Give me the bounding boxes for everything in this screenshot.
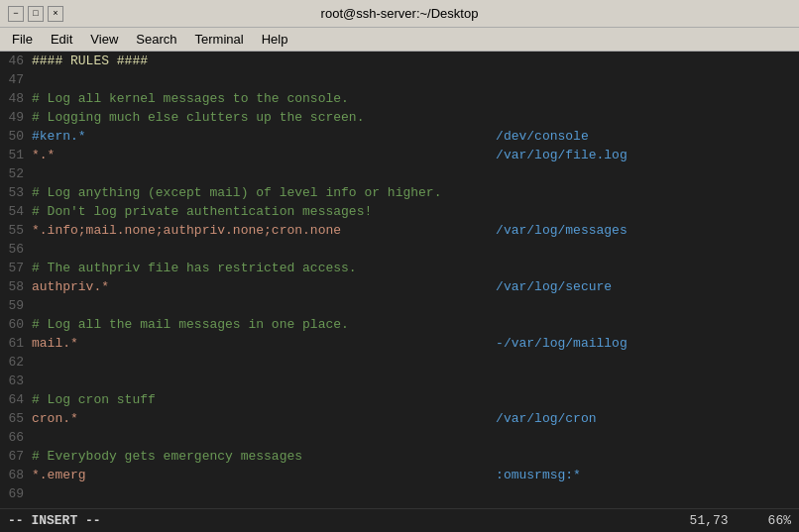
window-title: root@ssh-server:~/Desktop <box>63 6 736 21</box>
line-number: 66 <box>0 428 32 447</box>
line-60: 60# Log all the mail messages in one pla… <box>0 315 799 334</box>
line-content[interactable]: # Logging much else clutters up the scre… <box>32 108 364 127</box>
line-content[interactable]: #kern.* /dev/console <box>32 127 589 146</box>
line-number: 69 <box>0 484 32 503</box>
line-number: 51 <box>0 146 32 164</box>
line-68: 68*.emerg :omusrmsg:* <box>0 466 799 484</box>
line-number: 57 <box>0 259 32 277</box>
titlebar-controls[interactable]: − □ × <box>8 6 63 22</box>
line-51: 51*.* /var/log/file.log <box>0 146 799 164</box>
line-69: 69 <box>0 484 799 503</box>
line-59: 59 <box>0 296 799 315</box>
line-49: 49# Logging much else clutters up the sc… <box>0 108 799 127</box>
line-content[interactable]: *.emerg :omusrmsg:* <box>32 466 581 484</box>
line-number: 62 <box>0 353 32 372</box>
line-content[interactable]: mail.* -/var/log/maillog <box>32 334 628 353</box>
close-button[interactable]: × <box>48 6 63 22</box>
line-58: 58authpriv.* /var/log/secure <box>0 277 799 296</box>
line-number: 46 <box>0 52 32 70</box>
line-number: 65 <box>0 409 32 428</box>
status-right: 51,73 66% <box>690 513 791 528</box>
maximize-button[interactable]: □ <box>28 6 44 22</box>
line-48: 48# Log all kernel messages to the conso… <box>0 89 799 108</box>
line-number: 64 <box>0 390 32 409</box>
line-number: 63 <box>0 372 32 390</box>
line-number: 55 <box>0 221 32 240</box>
line-number: 60 <box>0 315 32 334</box>
line-number: 53 <box>0 183 32 202</box>
line-content[interactable]: # Don't log private authentication messa… <box>32 202 372 221</box>
line-content[interactable]: cron.* /var/log/cron <box>32 409 597 428</box>
line-number: 48 <box>0 89 32 108</box>
cursor-position: 51,73 <box>690 513 729 528</box>
line-46: 46#### RULES #### <box>0 52 799 70</box>
line-content[interactable]: # Log all the mail messages in one place… <box>32 315 349 334</box>
line-number: 56 <box>0 240 32 259</box>
status-mode: -- INSERT -- <box>8 513 101 528</box>
line-content[interactable]: # Log all kernel messages to the console… <box>32 89 349 108</box>
line-55: 55*.info;mail.none;authpriv.none;cron.no… <box>0 221 799 240</box>
line-content[interactable]: *.info;mail.none;authpriv.none;cron.none… <box>32 221 628 240</box>
line-number: 47 <box>0 70 32 89</box>
line-number: 50 <box>0 127 32 146</box>
line-content[interactable]: authpriv.* /var/log/secure <box>32 277 612 296</box>
line-number: 67 <box>0 447 32 466</box>
line-content[interactable]: # The authpriv file has restricted acces… <box>32 259 357 277</box>
menubar: FileEditViewSearchTerminalHelp <box>0 28 799 52</box>
menu-item-search[interactable]: Search <box>128 30 184 49</box>
line-64: 64# Log cron stuff <box>0 390 799 409</box>
line-number: 58 <box>0 277 32 296</box>
line-56: 56 <box>0 240 799 259</box>
line-67: 67# Everybody gets emergency messages <box>0 447 799 466</box>
statusbar: -- INSERT -- 51,73 66% <box>0 508 799 532</box>
line-number: 52 <box>0 164 32 183</box>
menu-item-terminal[interactable]: Terminal <box>187 30 252 49</box>
menu-item-help[interactable]: Help <box>254 30 296 49</box>
line-52: 52 <box>0 164 799 183</box>
line-number: 61 <box>0 334 32 353</box>
line-53: 53# Log anything (except mail) of level … <box>0 183 799 202</box>
line-number: 49 <box>0 108 32 127</box>
scroll-percent: 66% <box>768 513 791 528</box>
line-content[interactable]: # Log cron stuff <box>32 390 156 409</box>
line-number: 54 <box>0 202 32 221</box>
minimize-button[interactable]: − <box>8 6 24 22</box>
menu-item-edit[interactable]: Edit <box>43 30 80 49</box>
editor[interactable]: 46#### RULES ####4748# Log all kernel me… <box>0 52 799 508</box>
line-content[interactable]: #### RULES #### <box>32 52 148 70</box>
line-65: 65cron.* /var/log/cron <box>0 409 799 428</box>
menu-item-file[interactable]: File <box>4 30 41 49</box>
line-content[interactable]: # Log anything (except mail) of level in… <box>32 183 441 202</box>
titlebar: − □ × root@ssh-server:~/Desktop <box>0 0 799 28</box>
menu-item-view[interactable]: View <box>82 30 126 49</box>
line-number: 59 <box>0 296 32 315</box>
line-61: 61mail.* -/var/log/maillog <box>0 334 799 353</box>
line-63: 63 <box>0 372 799 390</box>
line-47: 47 <box>0 70 799 89</box>
line-content[interactable]: *.* /var/log/file.log <box>32 146 628 164</box>
line-50: 50#kern.* /dev/console <box>0 127 799 146</box>
line-number: 68 <box>0 466 32 484</box>
line-54: 54# Don't log private authentication mes… <box>0 202 799 221</box>
line-66: 66 <box>0 428 799 447</box>
line-57: 57# The authpriv file has restricted acc… <box>0 259 799 277</box>
line-62: 62 <box>0 353 799 372</box>
line-content[interactable]: # Everybody gets emergency messages <box>32 447 302 466</box>
